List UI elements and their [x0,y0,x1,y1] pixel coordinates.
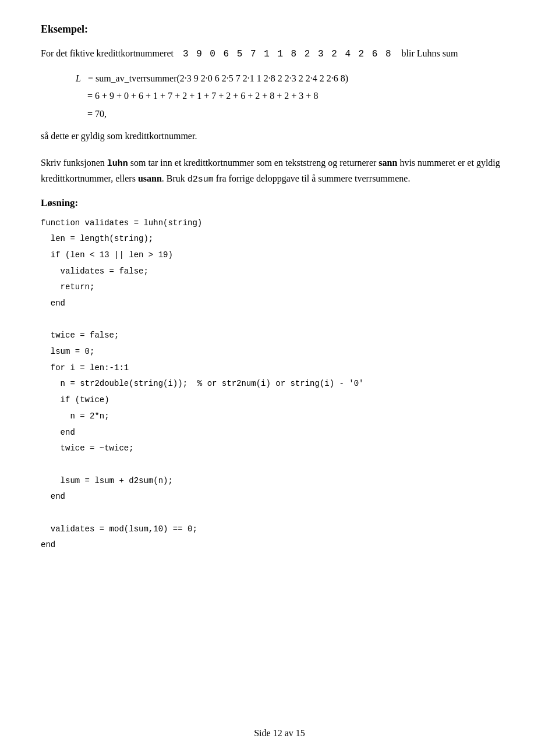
formula-line3: = 70, [76,106,518,123]
code-line: end [41,427,518,439]
credit-number: 3 9 0 6 5 7 1 1 8 2 3 2 4 2 6 8 [183,49,392,59]
example-conclusion: så dette er gyldig som kredittkortnummer… [41,129,518,144]
code-line: function validates = luhn(string) [41,217,518,230]
task-func-name: luhn [107,159,128,169]
code-line: lsum = lsum + d2sum(n); [41,475,518,488]
task-part4: . Bruk [162,173,187,183]
code-container: function validates = luhn(string) len = … [41,217,518,552]
code-line: return; [41,281,518,294]
math-formula-block: L = sum_av_tverrsummer(2·3 9 2·0 6 2·5 7… [76,70,518,123]
page-content: Eksempel: For det fiktive kredittkortnum… [0,0,559,590]
code-line: if (len < 13 || len > 19) [41,249,518,262]
code-line: end [41,297,518,310]
intro-end: blir Luhns sum [402,48,458,58]
code-line: twice = ~twice; [41,442,518,455]
task-part1: Skriv funksjonen [41,158,107,168]
intro-text: For det fiktive kredittkortnummeret [41,48,174,58]
page-footer: Side 12 av 15 [0,728,559,739]
formula-line1: L = sum_av_tverrsummer(2·3 9 2·0 6 2·5 7… [76,70,518,87]
solution-section: Løsning: function validates = luhn(strin… [41,197,518,552]
formula-L: L [76,73,81,83]
solution-heading: Løsning: [41,197,518,209]
example-section: Eksempel: For det fiktive kredittkortnum… [41,23,518,144]
task-description: Skriv funksjonen luhn som tar inn et kre… [41,155,518,187]
code-line: len = length(string); [41,233,518,246]
code-line: n = str2double(string(i)); % or str2num(… [41,378,518,391]
code-line: validates = false; [41,265,518,278]
code-line: end [41,539,518,552]
formula-line2: = 6 + 9 + 0 + 6 + 1 + 7 + 2 + 1 + 7 + 2 … [76,88,518,105]
formula-line2-text: = 6 + 9 + 0 + 6 + 1 + 7 + 2 + 1 + 7 + 2 … [87,91,318,101]
code-line: if (twice) [41,394,518,407]
example-heading: Eksempel: [41,23,518,36]
code-line: lsum = 0; [41,346,518,359]
footer-text: Side 12 av 15 [254,728,305,738]
code-line: twice = false; [41,329,518,342]
task-part5: fra forrige deloppgave til å summere tve… [214,173,411,183]
formula-equals: = sum_av_tverrsummer(2·3 9 2·0 6 2·5 7 2… [88,73,348,83]
task-false-word: usann [138,173,162,183]
code-line: end [41,491,518,503]
code-line [41,459,518,471]
code-line: validates = mod(lsum,10) == 0; [41,523,518,536]
code-line: n = 2*n; [41,410,518,423]
code-line: for i = len:-1:1 [41,362,518,375]
example-intro-line: For det fiktive kredittkortnummeret 3 9 … [41,46,518,62]
formula-line3-text: = 70, [87,109,107,119]
task-d2sum: d2sum [187,175,214,184]
task-true-word: sann [378,158,397,168]
code-line [41,314,518,326]
task-part2: som tar inn et kredittkortnummer som en … [128,158,379,168]
code-line [41,507,518,520]
